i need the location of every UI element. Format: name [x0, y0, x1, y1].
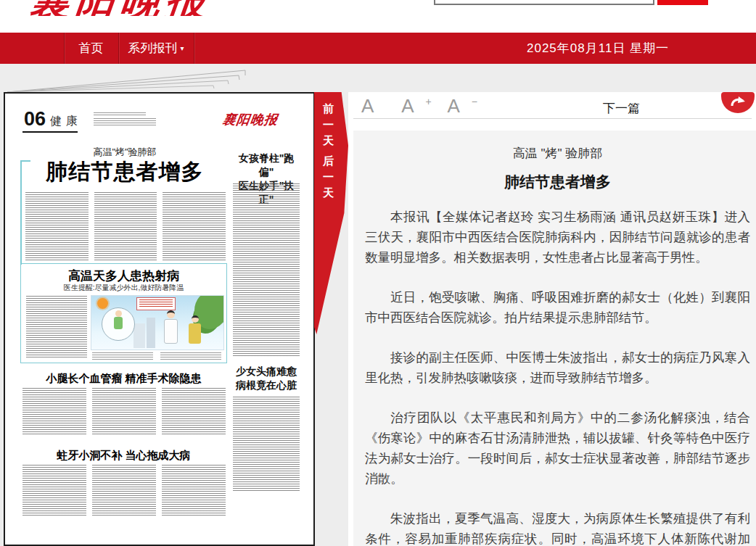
site-header: 襄阳晚报	[0, 0, 756, 33]
speech-bubble	[136, 297, 176, 310]
reporter-illustration	[192, 315, 199, 323]
side-article-1-text	[233, 183, 300, 356]
chevron-down-icon: ▾	[180, 33, 184, 64]
building-illustration	[133, 323, 145, 348]
masthead-logo: 襄阳晚报	[221, 111, 279, 128]
section-name: 健康	[50, 114, 82, 129]
page: 襄阳晚报 首页 系列报刊▾ 2025年08月11日 星期一 06 健康	[0, 0, 756, 546]
cyan-frame-vertical	[20, 160, 22, 265]
nav-item-home[interactable]: 首页	[64, 33, 118, 64]
site-logo-text: 襄阳晚报	[30, 0, 306, 16]
bottom-article-2-columns	[22, 465, 226, 516]
article-paragraph: 本报讯【全媒体记者赵玲 实习生杨雨涵 通讯员赵妍玉珠】进入三伏天，襄阳市中西医结…	[365, 207, 750, 268]
font-size-controls: A A+ A−	[361, 95, 489, 117]
article-paragraph: 朱波指出，夏季气温高、湿度大，为病原体生长繁殖提供了有利条件，容易加重肺部疾病症…	[365, 508, 750, 546]
article-reader-panel: A A+ A− 下一篇 高温 "烤" 验肺部 肺结节患者增多 本报讯【全媒体记者…	[348, 92, 756, 546]
bubble-illustration	[102, 307, 135, 341]
next-article-link[interactable]: 下一篇	[603, 100, 640, 117]
bottom-article-1-columns	[22, 388, 226, 436]
page-dateline	[94, 112, 146, 115]
search-button[interactable]	[657, 0, 708, 5]
heatstroke-cartoon	[91, 295, 224, 350]
main-nav: 首页 系列报刊▾ 2025年08月11日 星期一	[0, 33, 756, 64]
lead-article-columns	[25, 192, 226, 262]
side-article-2-title[interactable]: 少女头痛难愈 病根竟在心脏	[231, 365, 301, 392]
previous-day-button[interactable]: 前一天	[322, 101, 334, 149]
stacked-pages-decoration	[1, 67, 251, 94]
curved-arrow-icon	[729, 95, 747, 109]
lead-article-title[interactable]: 肺结节患者增多	[23, 157, 226, 187]
building-illustration	[147, 318, 155, 348]
article-kicker: 高温 "烤" 验肺部	[365, 145, 750, 162]
font-normal-label: A	[361, 95, 374, 117]
toolbar-divider	[353, 118, 752, 119]
heat-article-text	[26, 296, 87, 358]
page-credits	[94, 118, 156, 125]
heat-article-subtitle: 医生提醒:尽量减少外出,做好防暑降温	[21, 283, 226, 293]
nav-item-series-label: 系列报刊	[128, 41, 177, 55]
article-paragraph: 接诊的副主任医师、中医博士朱波指出，郝女士的病症乃风寒入里化热，引发肺热咳嗽咳痰…	[365, 347, 750, 388]
font-larger-label: A	[401, 95, 414, 117]
bottom-article-2-title[interactable]: 蛀牙小洞不补 当心拖成大病	[20, 449, 227, 463]
heat-article-title: 高温天多人患热射病	[21, 268, 226, 284]
font-smaller-button[interactable]: A−	[447, 95, 477, 117]
issue-date: 2025年08月11日 星期一	[527, 33, 669, 64]
heat-article-box[interactable]: 高温天多人患热射病 医生提醒:尽量减少外出,做好防暑降温	[20, 263, 227, 363]
article-paragraph: 治疗团队以《太平惠民和剂局方》中的二参汤化解痰浊，结合《伤寒论》中的麻杏石甘汤清…	[365, 408, 750, 489]
side-article-2-text	[233, 397, 300, 491]
nav-item-home-label: 首页	[79, 41, 104, 55]
search-input[interactable]	[434, 0, 654, 5]
site-logo[interactable]: 襄阳晚报	[30, 0, 306, 16]
side-article-1-line1: 女孩脊柱"跑偏"	[239, 152, 295, 178]
cartoon-caption	[160, 352, 221, 361]
header-rule	[22, 131, 78, 133]
cyan-frame-horizontal	[20, 160, 30, 162]
back-button[interactable]	[721, 92, 755, 113]
page-number: 06	[24, 108, 46, 131]
article-title: 肺结节患者增多	[365, 172, 750, 192]
doctor-illustration	[167, 310, 175, 318]
next-day-button[interactable]: 后一天	[322, 153, 334, 201]
font-smaller-label: A	[447, 95, 459, 117]
nav-item-series[interactable]: 系列报刊▾	[118, 33, 194, 64]
font-normal-button[interactable]: A	[361, 95, 385, 117]
article-content: 高温 "烤" 验肺部 肺结节患者增多 本报讯【全媒体记者赵玲 实习生杨雨涵 通讯…	[353, 131, 756, 546]
bottom-article-1-title[interactable]: 小腿长个血管瘤 精准手术除隐患	[20, 372, 227, 386]
nav-separator	[194, 33, 194, 64]
side-article-2-line1: 少女头痛难愈	[236, 365, 297, 377]
font-larger-button[interactable]: A+	[401, 95, 432, 117]
cartoon-caption	[92, 352, 153, 361]
article-paragraph: 近日，饱受咳嗽、胸痛、呼吸困难折磨的郝女士（化姓）到襄阳市中西医结合医院就诊。拍…	[365, 287, 750, 328]
sun-illustration	[97, 298, 108, 309]
newspaper-page-preview[interactable]: 06 健康 襄阳晚报 高温"烤"验肺部 肺结节患者增多 女孩脊柱"跑偏" 医生妙…	[4, 92, 315, 546]
side-article-2-line2: 病根竟在心脏	[236, 379, 297, 391]
